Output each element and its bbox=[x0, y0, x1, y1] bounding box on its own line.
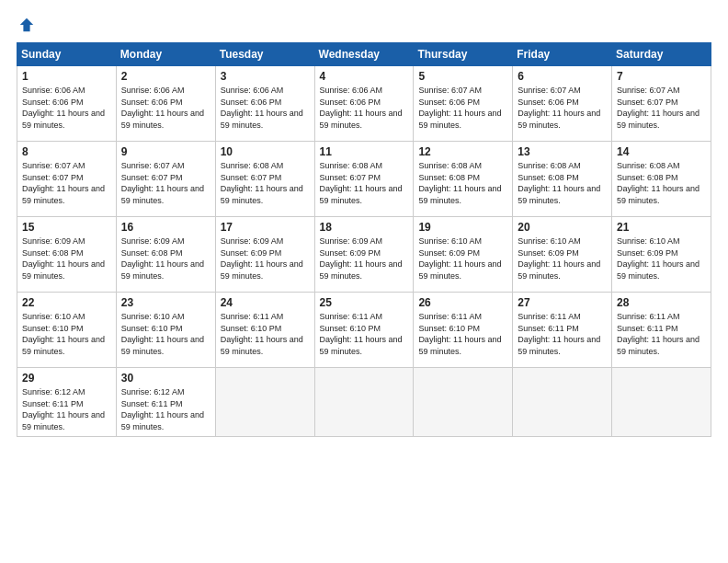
day-info: Sunrise: 6:11 AMSunset: 6:11 PMDaylight:… bbox=[518, 311, 608, 357]
day-info: Sunrise: 6:10 AMSunset: 6:10 PMDaylight:… bbox=[121, 311, 211, 357]
calendar-cell: 22Sunrise: 6:10 AMSunset: 6:10 PMDayligh… bbox=[17, 293, 117, 368]
day-number: 15 bbox=[22, 221, 112, 234]
weekday-header: Tuesday bbox=[215, 43, 314, 66]
calendar-cell: 17Sunrise: 6:09 AMSunset: 6:09 PMDayligh… bbox=[215, 217, 314, 293]
calendar-cell: 2Sunrise: 6:06 AMSunset: 6:06 PMDaylight… bbox=[116, 66, 215, 142]
day-number: 18 bbox=[320, 221, 410, 234]
day-number: 19 bbox=[418, 221, 508, 234]
calendar-body: 1Sunrise: 6:06 AMSunset: 6:06 PMDaylight… bbox=[17, 66, 711, 437]
day-info: Sunrise: 6:08 AMSunset: 6:07 PMDaylight:… bbox=[320, 160, 410, 206]
calendar-cell: 16Sunrise: 6:09 AMSunset: 6:08 PMDayligh… bbox=[116, 217, 215, 293]
calendar-cell: 14Sunrise: 6:08 AMSunset: 6:08 PMDayligh… bbox=[612, 142, 711, 217]
day-number: 7 bbox=[617, 70, 707, 83]
calendar-cell: 29Sunrise: 6:12 AMSunset: 6:11 PMDayligh… bbox=[17, 368, 117, 437]
day-info: Sunrise: 6:12 AMSunset: 6:11 PMDaylight:… bbox=[121, 386, 211, 432]
day-number: 28 bbox=[617, 296, 707, 309]
day-number: 30 bbox=[121, 372, 211, 385]
calendar-cell: 13Sunrise: 6:08 AMSunset: 6:08 PMDayligh… bbox=[513, 142, 612, 217]
day-info: Sunrise: 6:11 AMSunset: 6:10 PMDaylight:… bbox=[418, 311, 508, 357]
calendar-cell: 3Sunrise: 6:06 AMSunset: 6:06 PMDaylight… bbox=[215, 66, 314, 142]
day-number: 11 bbox=[320, 145, 410, 158]
calendar-cell bbox=[612, 368, 711, 437]
day-number: 24 bbox=[221, 296, 311, 309]
calendar-cell: 8Sunrise: 6:07 AMSunset: 6:07 PMDaylight… bbox=[17, 142, 117, 217]
day-number: 3 bbox=[221, 70, 311, 83]
day-info: Sunrise: 6:09 AMSunset: 6:09 PMDaylight:… bbox=[320, 236, 410, 282]
weekday-header: Wednesday bbox=[314, 43, 414, 66]
day-number: 26 bbox=[418, 296, 508, 309]
calendar-week-row: 8Sunrise: 6:07 AMSunset: 6:07 PMDaylight… bbox=[17, 142, 711, 217]
calendar-cell: 4Sunrise: 6:06 AMSunset: 6:06 PMDaylight… bbox=[314, 66, 414, 142]
day-info: Sunrise: 6:07 AMSunset: 6:07 PMDaylight:… bbox=[22, 160, 112, 206]
weekday-header: Thursday bbox=[414, 43, 513, 66]
day-number: 13 bbox=[518, 145, 608, 158]
calendar-cell: 6Sunrise: 6:07 AMSunset: 6:06 PMDaylight… bbox=[513, 66, 612, 142]
calendar-header: SundayMondayTuesdayWednesdayThursdayFrid… bbox=[17, 43, 711, 66]
calendar-week-row: 22Sunrise: 6:10 AMSunset: 6:10 PMDayligh… bbox=[17, 293, 711, 368]
calendar-table: SundayMondayTuesdayWednesdayThursdayFrid… bbox=[17, 42, 711, 437]
calendar-cell: 30Sunrise: 6:12 AMSunset: 6:11 PMDayligh… bbox=[116, 368, 215, 437]
day-info: Sunrise: 6:10 AMSunset: 6:10 PMDaylight:… bbox=[22, 311, 112, 357]
day-info: Sunrise: 6:11 AMSunset: 6:10 PMDaylight:… bbox=[320, 311, 410, 357]
calendar-cell: 9Sunrise: 6:07 AMSunset: 6:07 PMDaylight… bbox=[116, 142, 215, 217]
day-info: Sunrise: 6:09 AMSunset: 6:08 PMDaylight:… bbox=[22, 236, 112, 282]
calendar-week-row: 29Sunrise: 6:12 AMSunset: 6:11 PMDayligh… bbox=[17, 368, 711, 437]
calendar-cell: 20Sunrise: 6:10 AMSunset: 6:09 PMDayligh… bbox=[513, 217, 612, 293]
calendar-cell: 5Sunrise: 6:07 AMSunset: 6:06 PMDaylight… bbox=[414, 66, 513, 142]
day-number: 17 bbox=[221, 221, 311, 234]
day-info: Sunrise: 6:10 AMSunset: 6:09 PMDaylight:… bbox=[418, 236, 508, 282]
calendar-cell: 12Sunrise: 6:08 AMSunset: 6:08 PMDayligh… bbox=[414, 142, 513, 217]
day-number: 4 bbox=[320, 70, 410, 83]
day-number: 12 bbox=[418, 145, 508, 158]
weekday-header: Saturday bbox=[612, 43, 711, 66]
calendar-cell: 23Sunrise: 6:10 AMSunset: 6:10 PMDayligh… bbox=[116, 293, 215, 368]
day-info: Sunrise: 6:06 AMSunset: 6:06 PMDaylight:… bbox=[121, 85, 211, 131]
day-number: 27 bbox=[518, 296, 608, 309]
day-info: Sunrise: 6:07 AMSunset: 6:07 PMDaylight:… bbox=[121, 160, 211, 206]
day-info: Sunrise: 6:10 AMSunset: 6:09 PMDaylight:… bbox=[617, 236, 707, 282]
day-number: 14 bbox=[617, 145, 707, 158]
calendar-cell: 19Sunrise: 6:10 AMSunset: 6:09 PMDayligh… bbox=[414, 217, 513, 293]
page: SundayMondayTuesdayWednesdayThursdayFrid… bbox=[0, 0, 728, 563]
day-info: Sunrise: 6:06 AMSunset: 6:06 PMDaylight:… bbox=[22, 85, 112, 131]
day-number: 16 bbox=[121, 221, 211, 234]
logo-icon bbox=[18, 17, 35, 33]
day-info: Sunrise: 6:10 AMSunset: 6:09 PMDaylight:… bbox=[518, 236, 608, 282]
calendar-cell: 15Sunrise: 6:09 AMSunset: 6:08 PMDayligh… bbox=[17, 217, 117, 293]
day-number: 22 bbox=[22, 296, 112, 309]
day-number: 21 bbox=[617, 221, 707, 234]
day-info: Sunrise: 6:07 AMSunset: 6:06 PMDaylight:… bbox=[418, 85, 508, 131]
day-info: Sunrise: 6:12 AMSunset: 6:11 PMDaylight:… bbox=[22, 386, 112, 432]
day-number: 20 bbox=[518, 221, 608, 234]
weekday-header: Friday bbox=[513, 43, 612, 66]
calendar-cell: 11Sunrise: 6:08 AMSunset: 6:07 PMDayligh… bbox=[314, 142, 414, 217]
calendar-cell: 18Sunrise: 6:09 AMSunset: 6:09 PMDayligh… bbox=[314, 217, 414, 293]
calendar-cell: 28Sunrise: 6:11 AMSunset: 6:11 PMDayligh… bbox=[612, 293, 711, 368]
day-info: Sunrise: 6:09 AMSunset: 6:09 PMDaylight:… bbox=[221, 236, 311, 282]
day-number: 29 bbox=[22, 372, 112, 385]
calendar-cell: 27Sunrise: 6:11 AMSunset: 6:11 PMDayligh… bbox=[513, 293, 612, 368]
day-info: Sunrise: 6:07 AMSunset: 6:07 PMDaylight:… bbox=[617, 85, 707, 131]
calendar-cell bbox=[215, 368, 314, 437]
day-info: Sunrise: 6:06 AMSunset: 6:06 PMDaylight:… bbox=[221, 85, 311, 131]
calendar-cell bbox=[513, 368, 612, 437]
day-info: Sunrise: 6:08 AMSunset: 6:07 PMDaylight:… bbox=[221, 160, 311, 206]
calendar-cell: 7Sunrise: 6:07 AMSunset: 6:07 PMDaylight… bbox=[612, 66, 711, 142]
day-number: 2 bbox=[121, 70, 211, 83]
day-number: 5 bbox=[418, 70, 508, 83]
day-info: Sunrise: 6:07 AMSunset: 6:06 PMDaylight:… bbox=[518, 85, 608, 131]
day-number: 23 bbox=[121, 296, 211, 309]
calendar-cell bbox=[314, 368, 414, 437]
day-number: 9 bbox=[121, 145, 211, 158]
day-number: 25 bbox=[320, 296, 410, 309]
calendar-cell bbox=[414, 368, 513, 437]
day-info: Sunrise: 6:11 AMSunset: 6:11 PMDaylight:… bbox=[617, 311, 707, 357]
calendar-cell: 26Sunrise: 6:11 AMSunset: 6:10 PMDayligh… bbox=[414, 293, 513, 368]
svg-marker-0 bbox=[20, 18, 33, 31]
day-info: Sunrise: 6:08 AMSunset: 6:08 PMDaylight:… bbox=[518, 160, 608, 206]
day-info: Sunrise: 6:08 AMSunset: 6:08 PMDaylight:… bbox=[418, 160, 508, 206]
day-number: 6 bbox=[518, 70, 608, 83]
day-number: 10 bbox=[221, 145, 311, 158]
calendar-cell: 24Sunrise: 6:11 AMSunset: 6:10 PMDayligh… bbox=[215, 293, 314, 368]
calendar-cell: 25Sunrise: 6:11 AMSunset: 6:10 PMDayligh… bbox=[314, 293, 414, 368]
